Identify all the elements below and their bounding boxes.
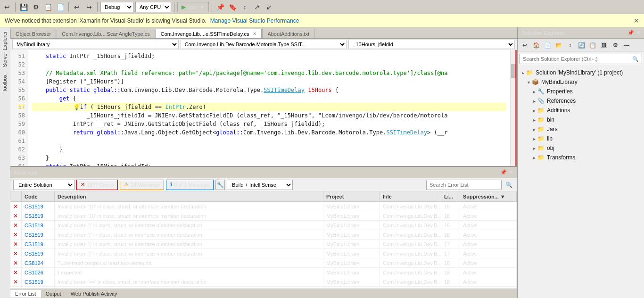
- error-icon: ✕: [13, 260, 18, 266]
- search-error-input[interactable]: [426, 180, 502, 190]
- error-line: 17: [441, 240, 460, 248]
- se-toolbar-btn-6[interactable]: 🔄: [576, 40, 586, 50]
- error-line: 16: [441, 211, 460, 220]
- error-desc: Invalid token '==' in class, struct, or …: [55, 277, 323, 286]
- panel-pin-buttons[interactable]: 📌 ✕: [500, 169, 513, 175]
- left-sidebar: Server Explorer Toolbox: [0, 27, 10, 298]
- toolbar-extra-2[interactable]: 🔖: [227, 2, 238, 12]
- tree-item-jars[interactable]: ▸ 📁 Jars: [518, 124, 644, 134]
- header-project[interactable]: Project: [323, 191, 380, 201]
- table-row[interactable]: ✕ CS1519 Invalid token '{' in class, str…: [10, 249, 517, 258]
- bottom-tab-error-list[interactable]: Error List: [10, 290, 41, 298]
- tree-toggle-properties: ▸: [531, 89, 537, 94]
- scope-filter-dropdown[interactable]: Entire Solution: [13, 180, 74, 190]
- tab-about-additions[interactable]: AboutAdditions.txt: [262, 29, 314, 38]
- close-panel-icon[interactable]: ✕: [509, 169, 513, 175]
- table-row[interactable]: ✕ CS1519 Invalid token '{' in class, str…: [10, 240, 517, 249]
- toolbar-btn-4[interactable]: 📋: [43, 2, 53, 12]
- table-row[interactable]: ✕ CS1519 Invalid token '{' in class, str…: [10, 221, 517, 230]
- se-toolbar-btn-2[interactable]: 🏠: [531, 40, 541, 50]
- code-line-60: return global::Java.Lang.Object.GetObjec…: [32, 128, 506, 137]
- tab-ssi-time-delay[interactable]: Com.Invengo.Lib....e.SSITimeDelay.cs ✕: [156, 29, 262, 38]
- se-toolbar-btn-7[interactable]: 📋: [587, 40, 598, 50]
- tree-item-bin[interactable]: ▸ 📁 bin: [518, 115, 644, 124]
- table-row[interactable]: ✕ CS1519 Invalid token '10' in class, st…: [10, 202, 517, 211]
- toolbar-btn-1[interactable]: ↩: [2, 2, 12, 12]
- se-toolbar-btn-4[interactable]: 📂: [553, 40, 564, 50]
- panel-close-btn[interactable]: ✕: [636, 30, 640, 36]
- warnings-count-btn[interactable]: ⚠ 14 Warnings: [120, 180, 164, 190]
- se-toolbar-btn-8[interactable]: 🖼: [599, 40, 609, 50]
- toolbar-extra-3[interactable]: ↕: [239, 2, 250, 12]
- header-code[interactable]: Code: [22, 191, 55, 201]
- solution-explorer-search-input[interactable]: [523, 56, 632, 62]
- error-status: Active: [460, 240, 517, 248]
- table-row[interactable]: ✕ CS1519 Invalid token '{' in class, str…: [10, 230, 517, 240]
- tree-item-project[interactable]: ▾ 📦 MyBindLibrary: [518, 77, 644, 87]
- tree-item-lib[interactable]: ▸ 📁 lib: [518, 134, 644, 143]
- build-filter-dropdown[interactable]: Build + IntelliSense: [227, 180, 293, 190]
- debug-dropdown[interactable]: Debug: [100, 2, 133, 12]
- panel-pin-btn[interactable]: 📌: [627, 30, 634, 36]
- toolbar-btn-5[interactable]: 📄: [55, 2, 66, 12]
- se-toolbar-btn-5[interactable]: ↕: [565, 40, 575, 50]
- search-error-icon[interactable]: 🔍: [504, 180, 514, 190]
- vertical-scrollbar[interactable]: [510, 50, 517, 166]
- tab-scan-angle[interactable]: Com.Invengo.Lib....ScanAngleType.cs: [57, 29, 155, 38]
- tree-item-transforms[interactable]: ▸ 📁 Transforms: [518, 153, 644, 162]
- messages-count-btn[interactable]: ℹ 0 of 1 Message: [166, 180, 214, 190]
- tree-item-obj[interactable]: ▸ 📁 obj: [518, 143, 644, 153]
- header-suppression[interactable]: Suppression... ▼: [460, 191, 517, 201]
- main-layout: Server Explorer Toolbox Object Browser C…: [0, 27, 644, 298]
- toolbar-extra-1[interactable]: 📌: [215, 2, 225, 12]
- toolbar-btn-3[interactable]: ⚙: [31, 2, 41, 12]
- undo-btn[interactable]: ↩: [72, 2, 82, 12]
- messages-count-label: 0 of 1 Message: [174, 182, 209, 188]
- table-row[interactable]: ✕ CS1026 ) expected MyBindLibrary Com.In…: [10, 268, 517, 277]
- notification-bar: We've noticed that extension 'Xamarin fo…: [0, 14, 644, 27]
- code-content[interactable]: static IntPtr _15Hours_jfieldId; // Meta…: [28, 50, 510, 166]
- nav-field-dropdown[interactable]: _10Hours_jfieldId: [348, 40, 515, 49]
- filter-icon-btn[interactable]: 🔧: [215, 180, 225, 190]
- properties-icon: 🔧: [537, 88, 545, 95]
- error-line: 18: [441, 258, 460, 267]
- tab-object-browser[interactable]: Object Browser: [10, 29, 56, 38]
- error-file: Com.Invengo.Lib.Dev.B...: [380, 211, 441, 220]
- toolbar-extra-4[interactable]: ↗: [252, 2, 262, 12]
- error-project: MyBindLibrary: [323, 277, 380, 286]
- se-toolbar-btn-1[interactable]: ↩: [520, 40, 530, 50]
- header-file[interactable]: File: [380, 191, 441, 201]
- nav-method-dropdown[interactable]: Com.Invengo.Lib.Dev.Barcode.Motorola.Typ…: [181, 40, 347, 49]
- sidebar-toolbox[interactable]: Toolbox: [0, 71, 10, 96]
- table-row[interactable]: ✕ CS1519 Invalid token '10' in class, st…: [10, 211, 517, 221]
- se-toolbar-btn-3[interactable]: 📄: [542, 40, 553, 50]
- errors-count-btn[interactable]: ✕ 1877 Errors: [76, 180, 118, 190]
- cpu-dropdown[interactable]: Any CPU: [135, 2, 171, 12]
- warnings-count-label: 14 Warnings: [131, 182, 159, 188]
- notification-link[interactable]: Manage Visual Studio Performance: [210, 17, 299, 24]
- redo-btn[interactable]: ↪: [84, 2, 94, 12]
- se-toolbar-btn-10[interactable]: —: [621, 40, 632, 50]
- table-row[interactable]: ✕ CS8124 Tuple must contain at least two…: [10, 258, 517, 268]
- bottom-tab-output[interactable]: Output: [41, 290, 66, 298]
- sidebar-server-explorer[interactable]: Server Explorer: [0, 27, 10, 71]
- nav-class-dropdown[interactable]: MyBindLibrary: [12, 40, 179, 49]
- solution-explorer-title: Solution Explorer: [521, 30, 565, 36]
- table-row[interactable]: ✕ CS1519 Invalid token '==' in class, st…: [10, 277, 517, 287]
- error-project: MyBindLibrary: [323, 249, 380, 258]
- toolbar-extra-5[interactable]: ↙: [264, 2, 274, 12]
- toolbar-btn-2[interactable]: 💾: [18, 2, 29, 12]
- tree-item-references[interactable]: ▸ 📎 References: [518, 96, 644, 106]
- header-desc[interactable]: Description: [55, 191, 323, 201]
- pin-icon[interactable]: 📌: [500, 169, 507, 175]
- tree-item-properties[interactable]: ▸ 🔧 Properties: [518, 87, 644, 96]
- notification-close-btn[interactable]: ✕: [634, 17, 639, 25]
- se-toolbar-btn-9[interactable]: ⚙: [610, 40, 620, 50]
- tree-item-additions[interactable]: ▸ 📁 Additions: [518, 106, 644, 115]
- solution-explorer-search[interactable]: 🔍: [520, 54, 642, 64]
- tab-close-btn[interactable]: ✕: [253, 31, 256, 36]
- header-line[interactable]: Li...: [441, 191, 460, 201]
- bottom-tab-web-publish[interactable]: Web Publish Activity: [66, 290, 122, 298]
- tree-item-solution[interactable]: ▸ 📁 Solution 'MyBindLibrary' (1 project): [518, 68, 644, 77]
- start-button[interactable]: ▶ Start ▼: [177, 2, 209, 12]
